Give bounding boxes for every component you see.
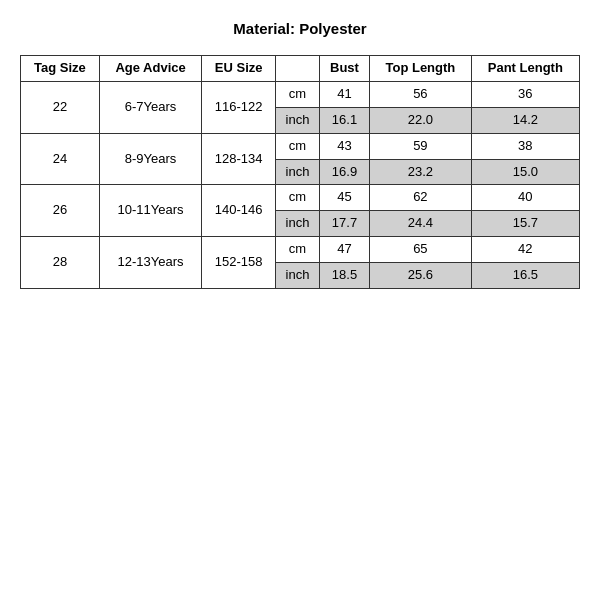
tag-size-cell: 28 bbox=[21, 237, 100, 289]
top-length-cm: 56 bbox=[370, 81, 472, 107]
top-length-inch: 23.2 bbox=[370, 159, 472, 185]
eu-size-cell: 128-134 bbox=[202, 133, 276, 185]
bust-inch: 16.9 bbox=[319, 159, 369, 185]
header-age-advice: Age Advice bbox=[99, 56, 201, 82]
tag-size-cell: 24 bbox=[21, 133, 100, 185]
tag-size-cell: 22 bbox=[21, 81, 100, 133]
age-advice-cell: 8-9Years bbox=[99, 133, 201, 185]
header-pant-length: Pant Length bbox=[471, 56, 579, 82]
size-table: Tag Size Age Advice EU Size Bust Top Len… bbox=[20, 55, 580, 289]
eu-size-cell: 116-122 bbox=[202, 81, 276, 133]
top-length-inch: 22.0 bbox=[370, 107, 472, 133]
header-unit bbox=[276, 56, 320, 82]
eu-size-cell: 140-146 bbox=[202, 185, 276, 237]
pant-length-inch: 14.2 bbox=[471, 107, 579, 133]
bust-cm: 43 bbox=[319, 133, 369, 159]
pant-length-inch: 16.5 bbox=[471, 263, 579, 289]
bust-cm: 45 bbox=[319, 185, 369, 211]
bust-cm: 41 bbox=[319, 81, 369, 107]
header-bust: Bust bbox=[319, 56, 369, 82]
unit-cm: cm bbox=[276, 237, 320, 263]
header-tag-size: Tag Size bbox=[21, 56, 100, 82]
pant-length-cm: 38 bbox=[471, 133, 579, 159]
pant-length-cm: 36 bbox=[471, 81, 579, 107]
unit-inch: inch bbox=[276, 211, 320, 237]
tag-size-cell: 26 bbox=[21, 185, 100, 237]
top-length-inch: 24.4 bbox=[370, 211, 472, 237]
pant-length-inch: 15.7 bbox=[471, 211, 579, 237]
unit-inch: inch bbox=[276, 159, 320, 185]
age-advice-cell: 10-11Years bbox=[99, 185, 201, 237]
header-eu-size: EU Size bbox=[202, 56, 276, 82]
pant-length-cm: 40 bbox=[471, 185, 579, 211]
pant-length-inch: 15.0 bbox=[471, 159, 579, 185]
page-title: Material: Polyester bbox=[233, 20, 366, 37]
pant-length-cm: 42 bbox=[471, 237, 579, 263]
bust-inch: 17.7 bbox=[319, 211, 369, 237]
header-top-length: Top Length bbox=[370, 56, 472, 82]
bust-inch: 18.5 bbox=[319, 263, 369, 289]
unit-cm: cm bbox=[276, 133, 320, 159]
unit-inch: inch bbox=[276, 263, 320, 289]
top-length-inch: 25.6 bbox=[370, 263, 472, 289]
unit-inch: inch bbox=[276, 107, 320, 133]
bust-cm: 47 bbox=[319, 237, 369, 263]
top-length-cm: 59 bbox=[370, 133, 472, 159]
unit-cm: cm bbox=[276, 81, 320, 107]
age-advice-cell: 6-7Years bbox=[99, 81, 201, 133]
age-advice-cell: 12-13Years bbox=[99, 237, 201, 289]
unit-cm: cm bbox=[276, 185, 320, 211]
eu-size-cell: 152-158 bbox=[202, 237, 276, 289]
top-length-cm: 65 bbox=[370, 237, 472, 263]
bust-inch: 16.1 bbox=[319, 107, 369, 133]
top-length-cm: 62 bbox=[370, 185, 472, 211]
